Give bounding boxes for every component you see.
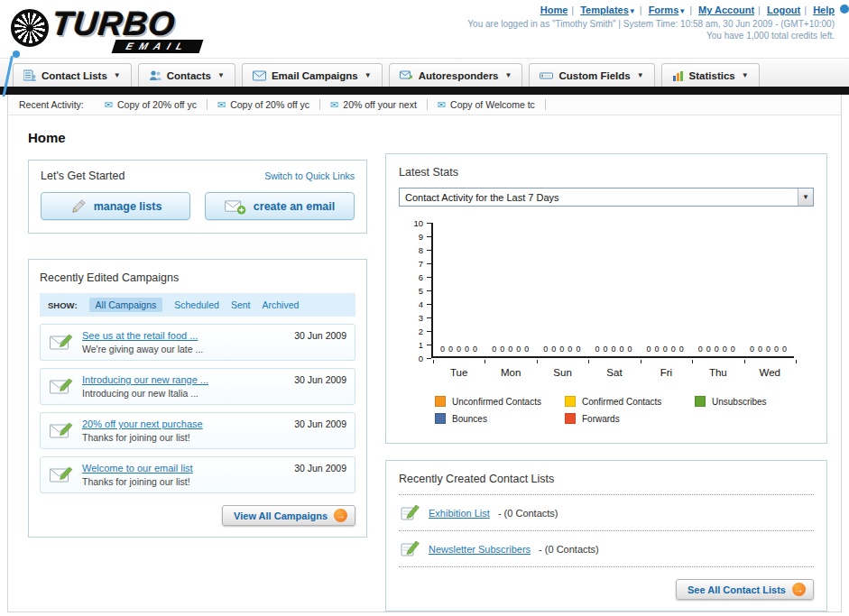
bar-value-label: 0 — [628, 345, 632, 354]
arrow-right-icon: → — [792, 583, 806, 596]
nav-divider-bar — [0, 87, 849, 95]
chevron-down-icon: ▼ — [798, 188, 813, 206]
campaign-title-link[interactable]: Welcome to our email list — [82, 463, 286, 473]
filter-scheduled[interactable]: Scheduled — [174, 299, 219, 310]
tab-contacts[interactable]: Contacts▼ — [138, 63, 235, 87]
bar-value-label: 0 — [698, 345, 703, 354]
x-axis-tick — [641, 360, 641, 363]
bar-value-label: 0 — [551, 345, 556, 354]
content-frame: Recent Activity: ✉Copy of 20% off yc ✉Co… — [7, 95, 842, 612]
view-all-campaigns-button[interactable]: View All Campaigns → — [222, 505, 355, 526]
bar-value-label: 0 — [576, 345, 580, 354]
campaign-title-link[interactable]: 20% off your next purchase — [82, 418, 286, 429]
top-header: TURBO EMAIL Home| Templates▼| Forms▼| My… — [0, 0, 849, 58]
nav-help-link[interactable]: Help — [813, 5, 835, 15]
legend-swatch — [565, 413, 576, 424]
tab-custom-fields[interactable]: Custom Fields▼ — [529, 63, 654, 87]
edit-list-icon — [401, 503, 420, 522]
chart-bar-group: 00000 — [433, 223, 484, 356]
bar-value-label: 0 — [508, 345, 512, 354]
logo-title: TURBO — [51, 5, 178, 43]
contact-lists-icon — [23, 69, 36, 81]
legend-entry: Forwards — [565, 413, 695, 424]
chevron-down-icon: ▼ — [742, 71, 749, 79]
edit-campaign-icon — [49, 463, 74, 487]
manage-lists-button[interactable]: manage lists — [41, 192, 190, 220]
envelope-icon: ✉ — [217, 100, 226, 110]
nav-my-account-link[interactable]: My Account — [698, 5, 754, 15]
recently-created-contact-lists-panel: Recently Created Contact Lists Exhibitio… — [385, 460, 827, 611]
nav-logout-link[interactable]: Logout — [767, 5, 800, 15]
recent-activity-item[interactable]: ✉Copy of 20% off yc — [95, 99, 208, 110]
envelope-icon: ✉ — [330, 100, 338, 110]
y-axis-label: 3 — [407, 314, 423, 323]
contact-list-name-link[interactable]: Exhibition List — [429, 508, 490, 519]
tab-statistics[interactable]: Statistics▼ — [661, 63, 760, 87]
chevron-down-icon: ▼ — [637, 71, 644, 79]
nav-templates-link[interactable]: Templates — [580, 5, 629, 15]
envelope-plus-icon — [225, 198, 246, 215]
see-all-contact-lists-button[interactable]: See All Contact Lists → — [676, 579, 814, 600]
bar-value-label: 0 — [774, 345, 779, 354]
autoresponders-icon — [400, 69, 413, 81]
tab-contact-lists[interactable]: Contact Lists▼ — [13, 63, 132, 87]
corner-dot-graphic — [840, 5, 849, 14]
stats-period-dropdown[interactable]: Contact Activity for the Last 7 Days ▼ — [399, 188, 814, 207]
campaign-title-link[interactable]: Introducing our new range ... — [82, 374, 286, 385]
y-axis-tick — [427, 358, 431, 359]
filter-all-campaigns[interactable]: All Campaigns — [89, 298, 163, 312]
x-axis-label: Wed — [744, 367, 796, 378]
nav-separator: | — [804, 5, 807, 15]
filter-sent[interactable]: Sent — [231, 299, 251, 310]
nav-home-link[interactable]: Home — [540, 5, 568, 15]
create-email-button[interactable]: create an email — [205, 192, 355, 220]
header-meta: Home| Templates▼| Forms▼| My Account| Lo… — [467, 5, 835, 41]
switch-quick-links-link[interactable]: Switch to Quick Links — [264, 170, 355, 181]
bar-value-label: 0 — [706, 345, 711, 354]
legend-entry: Bounces — [435, 413, 565, 424]
chart-legend: Unconfirmed ContactsConfirmed ContactsUn… — [435, 396, 832, 430]
x-axis-tick — [796, 360, 797, 363]
chart-bar-group: 00000 — [484, 223, 536, 356]
bar-value-label: 0 — [524, 345, 529, 354]
latest-stats-title: Latest Stats — [399, 166, 458, 179]
bar-value-label: 0 — [473, 345, 477, 354]
bar-value-label: 0 — [655, 345, 660, 354]
chart-x-axis-labels: TueMonSunSatFriThuWed — [433, 367, 796, 378]
campaign-subtitle: We're giving away our late ... — [82, 344, 286, 354]
recent-activity-item[interactable]: ✉Copy of 20% off yc — [208, 99, 320, 110]
y-axis-label: 8 — [407, 246, 423, 255]
campaign-title-link[interactable]: See us at the retail food ... — [82, 330, 286, 341]
latest-stats-panel: Latest Stats Contact Activity for the La… — [385, 153, 827, 444]
bar-value-label: 0 — [782, 345, 787, 354]
bar-value-label: 0 — [516, 345, 521, 354]
bar-value-label: 0 — [603, 345, 607, 354]
tab-label: Email Campaigns — [272, 70, 358, 81]
contact-lists-panel-title: Recently Created Contact Lists — [399, 473, 554, 485]
bar-value-label: 0 — [559, 345, 564, 354]
x-axis-label: Sun — [537, 367, 588, 378]
recent-activity-item[interactable]: ✉20% off your next — [320, 99, 428, 110]
get-started-title: Let's Get Started — [41, 170, 125, 182]
legend-entry: Unconfirmed Contacts — [435, 396, 565, 407]
page-title: Home — [28, 130, 367, 145]
bar-value-label: 0 — [620, 345, 624, 354]
recent-activity-item[interactable]: ✉Copy of Welcome tc — [428, 99, 546, 110]
nav-forms-link[interactable]: Forms — [649, 5, 679, 15]
legend-label: Bounces — [452, 414, 487, 424]
legend-swatch — [695, 396, 706, 407]
campaigns-panel-title: Recently Edited Campaigns — [40, 271, 179, 284]
x-axis-tick — [588, 360, 589, 363]
main-nav-tabbar: Contact Lists▼ Contacts▼ Email Campaigns… — [0, 58, 849, 87]
x-axis-label: Thu — [692, 367, 743, 378]
chart-bar-group: 00000 — [743, 223, 794, 356]
nav-separator: | — [689, 5, 692, 15]
legend-swatch — [435, 413, 446, 424]
contact-list-name-link[interactable]: Newsletter Subscribers — [429, 544, 531, 555]
filter-archived[interactable]: Archived — [262, 299, 299, 310]
tab-email-campaigns[interactable]: Email Campaigns▼ — [242, 63, 383, 87]
legend-label: Forwards — [582, 414, 620, 424]
contact-list-item: Exhibition List - (0 Contacts) — [399, 495, 814, 531]
tab-autoresponders[interactable]: Autoresponders▼ — [389, 63, 523, 87]
envelope-icon: ✉ — [438, 100, 446, 110]
